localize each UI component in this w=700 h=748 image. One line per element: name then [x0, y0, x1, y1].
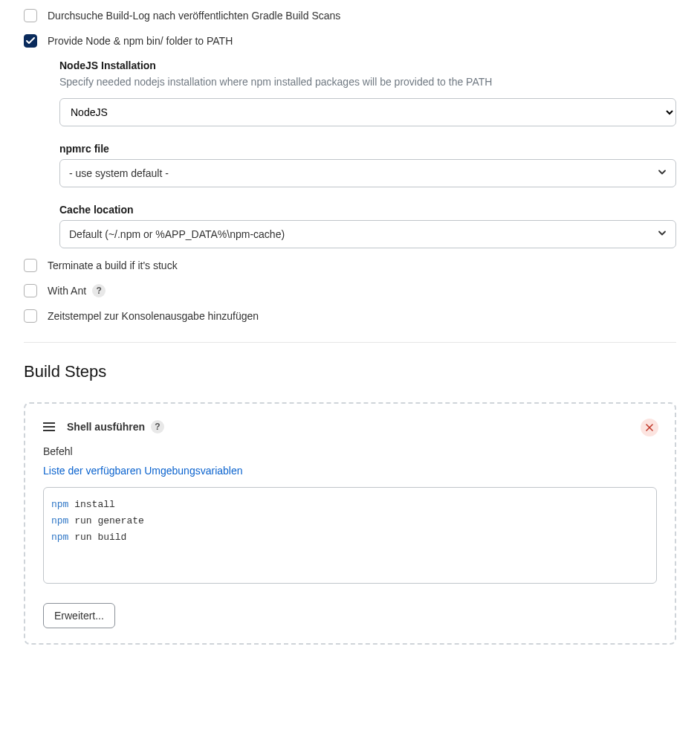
- build-steps-title: Build Steps: [24, 362, 676, 381]
- cache-location-label: Cache location: [59, 204, 676, 216]
- gradle-scan-checkbox[interactable]: [24, 9, 37, 22]
- shell-command-textarea[interactable]: npm install npm run generate npm run bui…: [43, 487, 657, 584]
- terminate-stuck-checkbox[interactable]: [24, 259, 37, 272]
- npmrc-label: npmrc file: [59, 143, 676, 155]
- section-divider: [24, 342, 676, 343]
- gradle-scan-label: Durchsuche Build-Log nach veröffentlicht…: [48, 10, 340, 22]
- env-vars-link[interactable]: Liste der verfügbaren Umgebungsvariablen: [43, 465, 243, 477]
- cache-location-value: Default (~/.npm or %APP_DATA%\npm-cache): [69, 228, 285, 240]
- shell-step-card: Shell ausführen ? Befehl Liste der verfü…: [24, 402, 676, 645]
- drag-handle-icon[interactable]: [43, 422, 55, 431]
- close-step-button[interactable]: [641, 419, 658, 436]
- timestamps-checkbox[interactable]: [24, 309, 37, 323]
- node-npm-checkbox[interactable]: [24, 34, 37, 48]
- shell-step-title: Shell ausführen: [67, 421, 145, 433]
- nodejs-install-label: NodeJS Installation: [59, 59, 676, 71]
- close-icon: [646, 424, 653, 431]
- command-label: Befehl: [43, 445, 657, 457]
- nodejs-install-select[interactable]: NodeJS: [59, 98, 676, 126]
- advanced-button[interactable]: Erweitert...: [43, 603, 115, 628]
- with-ant-label: With Ant: [48, 285, 86, 297]
- npmrc-select[interactable]: - use system default -: [59, 159, 676, 187]
- with-ant-checkbox[interactable]: [24, 284, 37, 297]
- cache-location-select[interactable]: Default (~/.npm or %APP_DATA%\npm-cache): [59, 220, 676, 248]
- npmrc-select-value: - use system default -: [69, 167, 169, 179]
- shell-step-help-icon[interactable]: ?: [151, 420, 164, 433]
- terminate-stuck-label: Terminate a build if it's stuck: [48, 259, 178, 271]
- nodejs-install-help: Specify needed nodejs installation where…: [59, 76, 676, 88]
- node-npm-label: Provide Node & npm bin/ folder to PATH: [48, 35, 233, 47]
- timestamps-label: Zeitstempel zur Konsolenausgabe hinzufüg…: [48, 310, 259, 322]
- with-ant-help-icon[interactable]: ?: [92, 284, 106, 297]
